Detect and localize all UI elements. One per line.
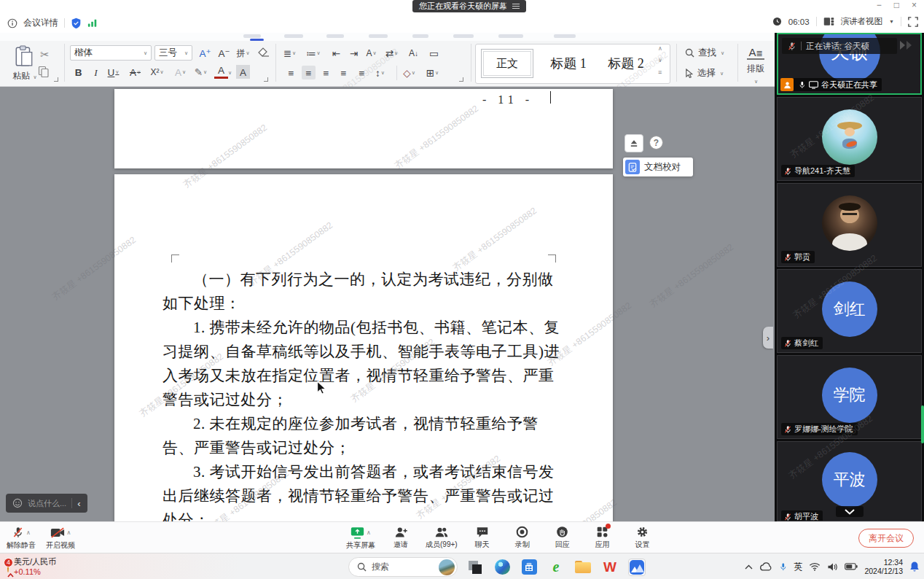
network-signal-icon[interactable] xyxy=(87,18,98,28)
participant-tile[interactable]: 平波 胡平波 xyxy=(777,441,922,521)
superscript-button[interactable]: X²∨ xyxy=(150,65,164,79)
styles-more-button[interactable]: ≡ xyxy=(658,69,662,76)
minimize-button[interactable]: − xyxy=(877,0,882,10)
microsoft-store-icon[interactable] xyxy=(520,559,538,576)
taskbar-search[interactable]: 搜索 xyxy=(348,557,458,577)
decrease-indent-button[interactable]: ⇤ xyxy=(329,46,343,60)
underline-button[interactable]: U∨ xyxy=(106,65,120,79)
clipboard-dialog-launcher[interactable] xyxy=(54,77,58,82)
char-scale-button[interactable]: A∨ xyxy=(364,46,378,60)
char-shading-button[interactable]: A xyxy=(236,65,250,79)
ribbon-tab[interactable] xyxy=(284,34,303,38)
share-screen-button[interactable]: ∧ 共享屏幕 xyxy=(345,526,376,551)
wifi-icon[interactable] xyxy=(809,562,821,571)
layout-tool-button[interactable]: A≣ 排版 ∨ xyxy=(745,46,767,85)
tray-clock[interactable]: 12:34 2024/12/13 xyxy=(864,558,903,576)
text-direction-button[interactable]: ⇄∨ xyxy=(385,46,399,60)
styles-up-arrow[interactable]: ∧ xyxy=(658,45,662,52)
view-mode-select[interactable]: 演讲者视图 xyxy=(841,16,883,27)
reactions-button[interactable]: 回应 xyxy=(547,526,578,551)
justify-button[interactable]: ≡ xyxy=(337,66,351,79)
maximize-button[interactable]: □ xyxy=(894,0,899,10)
settings-button[interactable]: 设置 xyxy=(627,526,658,551)
ribbon-tab[interactable] xyxy=(369,34,388,38)
italic-button[interactable]: I xyxy=(89,65,103,79)
distribute-button[interactable]: ≡ xyxy=(354,66,368,79)
participant-tile-sharing[interactable]: 天硕 正在讲话: 谷天硕 谷天硕正在共享 xyxy=(777,33,922,95)
style-normal[interactable]: 正文 xyxy=(481,49,533,78)
ribbon-tab[interactable] xyxy=(498,34,523,38)
borders-button[interactable]: ⊞∨ xyxy=(426,66,439,79)
tray-expand-chevron[interactable] xyxy=(745,564,753,570)
edge-browser-icon[interactable] xyxy=(493,559,511,576)
highlight-pen-button[interactable]: ✎∨ xyxy=(194,65,208,79)
leave-meeting-button[interactable]: 离开会议 xyxy=(858,529,914,548)
viewing-banner[interactable]: 您正在观看谷天硕的屏幕 xyxy=(412,0,526,12)
ribbon-tab[interactable] xyxy=(554,34,576,38)
internet-explorer-icon[interactable]: e xyxy=(547,559,565,576)
ribbon-tab[interactable] xyxy=(453,34,474,38)
strikethrough-button[interactable]: A∨ xyxy=(128,65,142,79)
security-shield-icon[interactable] xyxy=(71,18,82,29)
volume-icon[interactable] xyxy=(827,562,838,572)
style-heading2[interactable]: 标题 2 xyxy=(599,49,653,78)
align-center-button[interactable]: ≡ xyxy=(302,66,316,79)
eject-sidebar-button[interactable] xyxy=(625,134,643,152)
pinyin-guide-button[interactable]: 拼∨ xyxy=(236,46,250,60)
apps-button[interactable]: 应用 xyxy=(587,526,618,551)
start-video-button[interactable]: ∧ 开启视频 xyxy=(45,526,76,551)
bullet-list-button[interactable]: ≣∨ xyxy=(283,46,297,60)
font-name-select[interactable]: 楷体∨ xyxy=(70,45,152,61)
ribbon-tabs-strip[interactable] xyxy=(0,33,775,41)
ime-language-button[interactable]: 英 xyxy=(794,561,802,573)
task-view-button[interactable] xyxy=(466,559,484,576)
increase-indent-button[interactable]: ⇥ xyxy=(347,46,361,60)
tray-mic-icon[interactable] xyxy=(779,561,787,572)
ribbon-tab[interactable] xyxy=(326,34,344,38)
record-button[interactable]: 录制 xyxy=(507,526,538,551)
chat-button[interactable]: 聊天 xyxy=(467,526,498,551)
find-button[interactable]: 查找∨ xyxy=(685,47,724,59)
collapse-chat-icon[interactable]: ‹ xyxy=(77,498,80,509)
invite-button[interactable]: 邀请 xyxy=(385,526,416,551)
shading-button[interactable]: ◇∨ xyxy=(402,66,416,79)
paste-button[interactable] xyxy=(15,45,34,67)
notification-bell-icon[interactable] xyxy=(909,561,920,572)
quick-chat-bar[interactable]: 说点什么... ‹ xyxy=(6,494,87,513)
copy-icon[interactable] xyxy=(38,66,50,77)
battery-icon[interactable] xyxy=(845,563,858,570)
participant-tile[interactable]: 剑红 蔡剑红 xyxy=(777,269,922,353)
line-spacing-button[interactable]: ↕∨ xyxy=(373,66,387,79)
style-heading1[interactable]: 标题 1 xyxy=(542,49,595,78)
participant-tile[interactable]: 郭贡 xyxy=(777,183,922,267)
page-border-button[interactable]: ▭ xyxy=(427,46,441,60)
align-left-button[interactable]: ≡ xyxy=(284,66,298,79)
participant-tile[interactable]: 学院 罗娜娜-测绘学院 xyxy=(777,355,922,439)
news-widget[interactable]: 4 美元/人民币 +0.11% xyxy=(7,556,56,576)
sidebar-collapse-handle[interactable]: › xyxy=(763,327,773,349)
members-button[interactable]: 成员(99+) xyxy=(426,526,458,551)
participant-tile[interactable]: 导航241-齐天慧 xyxy=(777,97,922,181)
doc-proofread-button[interactable]: 文档校对 xyxy=(623,158,693,176)
wps-office-icon[interactable]: W xyxy=(601,559,619,576)
paragraph-dialog-launcher[interactable] xyxy=(459,77,463,82)
font-color-caret[interactable]: ∨ xyxy=(228,70,232,76)
grow-font-button[interactable]: A⁺ xyxy=(198,46,212,60)
styles-down-arrow[interactable]: ∨ xyxy=(658,57,662,63)
ribbon-tab[interactable] xyxy=(412,34,428,38)
align-right-button[interactable]: ≡ xyxy=(319,66,333,79)
close-button[interactable]: × xyxy=(912,0,917,10)
font-size-select[interactable]: 三号∨ xyxy=(154,45,192,61)
view-mode-caret[interactable]: ▼ xyxy=(889,19,894,24)
text-effects-button[interactable]: A∨ xyxy=(173,65,187,79)
help-button[interactable]: ? xyxy=(649,136,663,149)
meeting-app-icon-active[interactable] xyxy=(628,559,646,576)
select-button[interactable]: 选择∨ xyxy=(685,67,724,79)
onedrive-cloud-icon[interactable] xyxy=(759,562,772,571)
fullscreen-icon[interactable] xyxy=(908,17,918,27)
collapse-list-button[interactable] xyxy=(836,506,864,517)
meeting-details-link[interactable]: 会议详情 xyxy=(23,17,58,29)
clear-format-eraser-icon[interactable] xyxy=(258,47,270,58)
file-explorer-icon[interactable] xyxy=(574,559,592,576)
cut-icon[interactable]: ✂ xyxy=(38,47,52,61)
